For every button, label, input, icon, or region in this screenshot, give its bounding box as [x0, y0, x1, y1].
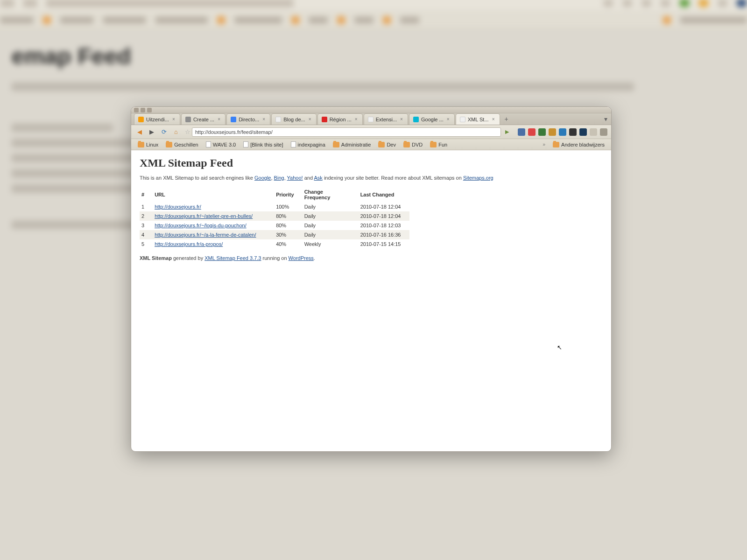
tab-2[interactable]: Directo...× [226, 113, 270, 125]
page-icon [206, 141, 211, 147]
favicon-icon [138, 117, 144, 122]
sitemap-link[interactable]: http://douxsejours.fr/a-propos/ [155, 241, 223, 247]
sitemap-link[interactable]: http://douxsejours.fr/~/atelier-pre-en-b… [155, 213, 253, 219]
cell-frequency: Daily [303, 202, 359, 211]
link-bing[interactable]: Bing [274, 175, 284, 181]
bookmark-overflow-icon[interactable]: » [540, 142, 549, 147]
close-icon[interactable]: × [491, 117, 496, 122]
page-title: XML Sitemap Feed [140, 157, 603, 169]
page-footer: XML Sitemap generated by XML Sitemap Fee… [140, 255, 603, 261]
cell-changed: 2010-07-16 16:36 [359, 230, 409, 239]
bookmark-label: Fun [438, 142, 447, 147]
cell-priority: 80% [274, 211, 303, 221]
folder-icon [553, 142, 559, 147]
close-icon[interactable]: × [171, 117, 176, 122]
link-plugin[interactable]: XML Sitemap Feed 3.7.3 [204, 255, 261, 261]
tab-0[interactable]: Uitzendi...× [134, 113, 180, 125]
cell-priority: 80% [274, 221, 303, 230]
go-button[interactable]: ▶ [503, 128, 511, 136]
extension-icon[interactable] [569, 128, 577, 136]
page-menu-icon[interactable] [590, 128, 597, 136]
favicon-icon [322, 117, 327, 122]
tab-menu-button[interactable]: ▾ [600, 113, 611, 125]
browser-window: Uitzendi...×Create ...×Directo...×Blog d… [131, 106, 612, 452]
new-tab-button[interactable]: + [501, 113, 512, 125]
back-button[interactable]: ◀ [135, 127, 144, 137]
link-yahoo[interactable]: Yahoo! [287, 175, 303, 181]
link-wordpress[interactable]: WordPress [289, 255, 314, 261]
bookmark-label: Geschillen [174, 142, 198, 147]
cell-number: 1 [140, 202, 153, 211]
extension-icon[interactable] [518, 128, 525, 136]
bookmark-geschillen[interactable]: Geschillen [163, 141, 201, 148]
bookmark-fun[interactable]: Fun [427, 141, 450, 148]
cell-priority: 40% [274, 239, 303, 249]
tab-7[interactable]: XML St...× [456, 113, 500, 125]
folder-icon [138, 142, 144, 147]
sitemap-link[interactable]: http://douxsejours.fr/ [155, 204, 201, 210]
bookmark-administratie[interactable]: Administratie [330, 141, 374, 148]
wrench-menu-icon[interactable] [600, 128, 607, 136]
col-url: URL [153, 187, 274, 202]
cell-frequency: Daily [303, 221, 359, 230]
tab-6[interactable]: Google ...× [409, 113, 455, 125]
close-icon[interactable]: × [446, 117, 451, 122]
link-sitemaps[interactable]: Sitemaps.org [463, 175, 493, 181]
folder-icon [378, 142, 385, 147]
bookmark-label: Dev [387, 142, 396, 147]
bookmark-dev[interactable]: Dev [375, 141, 399, 148]
extension-icon[interactable] [549, 128, 556, 136]
bookmark-linux[interactable]: Linux [135, 141, 161, 148]
forward-button[interactable]: ▶ [147, 127, 156, 137]
favicon-icon [368, 117, 374, 122]
cell-number: 3 [140, 221, 153, 230]
bookmark-wave-3-0[interactable]: WAVE 3.0 [203, 140, 239, 148]
favicon-icon [413, 117, 419, 122]
tab-3[interactable]: Blog de...× [271, 113, 316, 125]
bookmark-indexpagina[interactable]: indexpagina [288, 140, 328, 148]
close-icon[interactable]: × [217, 117, 221, 122]
favicon-icon [185, 117, 191, 122]
bookmark--blink-this-site-[interactable]: [Blink this site] [240, 140, 286, 148]
page-icon [291, 141, 296, 147]
table-row: 5http://douxsejours.fr/a-propos/40%Weekl… [140, 239, 409, 249]
close-icon[interactable]: × [354, 117, 359, 122]
url-bar[interactable]: http://douxsejours.fr/feed/sitemap/ [192, 127, 501, 137]
tab-label: Blog de... [283, 117, 305, 122]
favicon-icon [275, 117, 281, 122]
reload-button[interactable]: ⟳ [159, 127, 169, 137]
bookmark-star-icon[interactable]: ☆ [183, 128, 192, 136]
col-number: # [140, 187, 153, 202]
sitemap-link[interactable]: http://douxsejours.fr/~/a-la-ferme-de-ca… [155, 232, 256, 238]
bookmark-dvd[interactable]: DVD [401, 141, 425, 148]
tab-5[interactable]: Extensi...× [364, 113, 408, 125]
tab-1[interactable]: Create ...× [181, 113, 226, 125]
extension-icon[interactable] [528, 128, 536, 136]
page-icon [243, 141, 248, 147]
close-icon[interactable]: × [399, 117, 404, 122]
close-icon[interactable]: × [308, 117, 312, 122]
home-button[interactable]: ⌂ [171, 127, 181, 137]
link-ask[interactable]: Ask [314, 175, 322, 181]
extension-icon[interactable] [559, 128, 566, 136]
other-bookmarks[interactable]: Andere bladwijzers [550, 141, 607, 148]
cell-number: 4 [140, 230, 153, 239]
cell-url: http://douxsejours.fr/~/a-la-ferme-de-ca… [153, 230, 274, 239]
col-priority: Priority [274, 187, 303, 202]
cell-priority: 30% [274, 230, 303, 239]
col-changed: Last Changed [359, 187, 409, 202]
table-row: 2http://douxsejours.fr/~/atelier-pre-en-… [140, 211, 409, 221]
extension-icon[interactable] [538, 128, 546, 136]
bookmark-label: DVD [412, 142, 423, 147]
cell-changed: 2010-07-15 14:15 [359, 239, 409, 249]
link-google[interactable]: Google [254, 175, 271, 181]
extension-icon[interactable] [579, 128, 587, 136]
sitemap-link[interactable]: http://douxsejours.fr/~/logis-du-pouchon… [155, 223, 247, 228]
window-titlebar[interactable] [131, 107, 611, 113]
cell-url: http://douxsejours.fr/~/atelier-pre-en-b… [153, 211, 274, 221]
tab-4[interactable]: Région ...× [317, 113, 363, 125]
favicon-icon [231, 117, 236, 122]
close-icon[interactable]: × [261, 117, 266, 122]
tab-label: Extensi... [376, 117, 397, 122]
page-description: This is an XML Sitemap to aid search eng… [140, 175, 603, 181]
